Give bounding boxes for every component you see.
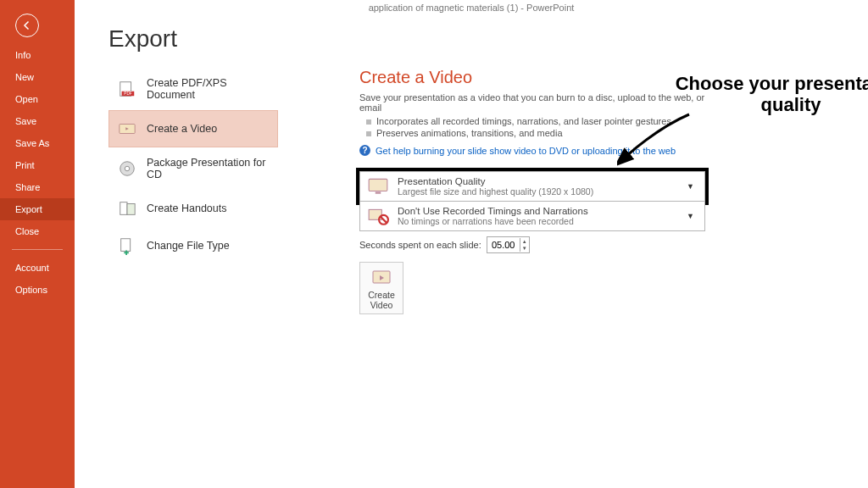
svg-rect-10 <box>369 179 387 191</box>
window-title: application of magnetic materials (1) - … <box>75 0 868 13</box>
svg-rect-11 <box>376 192 381 194</box>
create-video-button[interactable]: Create Video <box>359 262 403 314</box>
change-filetype-icon <box>118 236 136 255</box>
seconds-label: Seconds spent on each slide: <box>359 240 481 250</box>
sidebar-item-print[interactable]: Print <box>0 154 75 176</box>
export-handouts[interactable]: Create Handouts <box>108 190 278 227</box>
sidebar-item-open[interactable]: Open <box>0 88 75 110</box>
timings-title: Don't Use Recorded Timings and Narration… <box>398 206 683 216</box>
create-video-icon <box>370 268 393 288</box>
timings-icon <box>367 205 389 227</box>
svg-text:PDF: PDF <box>124 92 131 96</box>
export-cd[interactable]: Package Presentation for CD <box>108 147 278 190</box>
quality-title: Presentation Quality <box>398 176 683 186</box>
handouts-icon <box>118 199 136 218</box>
seconds-input[interactable] <box>487 240 520 250</box>
export-pdfxps[interactable]: PDF Create PDF/XPS Document <box>108 68 278 110</box>
bullet-1: Incorporates all recorded timings, narra… <box>366 116 715 126</box>
seconds-spinner[interactable]: ▲ ▼ <box>487 236 530 253</box>
export-changefiletype[interactable]: Change File Type <box>108 227 278 264</box>
timings-sub: No timings or narrations have been recor… <box>398 216 683 226</box>
create-video-panel: Create a Video Save your presentation as… <box>359 68 715 314</box>
sidebar-item-export[interactable]: Export <box>0 198 75 220</box>
quality-sub: Largest file size and highest quality (1… <box>398 186 683 197</box>
svg-rect-8 <box>127 204 135 215</box>
sidebar-item-account[interactable]: Account <box>0 257 75 279</box>
help-link-row: ? Get help burning your slide show video… <box>359 145 715 156</box>
svg-rect-9 <box>121 239 131 252</box>
create-video-button-label: Create Video <box>368 290 395 310</box>
sidebar-item-share[interactable]: Share <box>0 176 75 198</box>
sidebar-item-save[interactable]: Save <box>0 110 75 132</box>
export-options-list: PDF Create PDF/XPS Document Create a Vid… <box>108 68 278 264</box>
chevron-down-icon: ▼ <box>683 182 698 191</box>
sidebar-item-saveas[interactable]: Save As <box>0 132 75 154</box>
monitor-icon <box>367 175 389 197</box>
sidebar-separator <box>12 249 63 250</box>
bullet-2: Preserves animations, transitions, and m… <box>366 128 715 138</box>
section-heading: Create a Video <box>359 68 715 87</box>
spinner-up-icon[interactable]: ▲ <box>520 238 529 245</box>
export-video[interactable]: Create a Video <box>108 110 278 147</box>
timings-dropdown[interactable]: Don't Use Recorded Timings and Narration… <box>359 202 705 231</box>
help-icon: ? <box>359 145 370 156</box>
video-icon <box>118 119 136 138</box>
help-link[interactable]: Get help burning your slide show video t… <box>376 146 676 156</box>
export-video-label: Create a Video <box>147 123 217 135</box>
presentation-quality-dropdown[interactable]: Presentation Quality Largest file size a… <box>359 171 705 202</box>
spinner-down-icon[interactable]: ▼ <box>520 245 529 252</box>
sidebar-item-options[interactable]: Options <box>0 279 75 301</box>
sidebar-item-new[interactable]: New <box>0 66 75 88</box>
cd-icon <box>118 159 136 178</box>
chevron-down-icon: ▼ <box>683 212 698 220</box>
back-button[interactable] <box>15 14 39 37</box>
export-changefiletype-label: Change File Type <box>147 240 230 252</box>
pdf-icon: PDF <box>118 80 136 98</box>
page-title: Export <box>108 25 868 53</box>
sidebar-item-close[interactable]: Close <box>0 220 75 242</box>
export-cd-label: Package Presentation for CD <box>147 157 269 180</box>
svg-rect-7 <box>120 202 127 215</box>
annotation-text: Choose your presentation quality <box>668 73 868 116</box>
sidebar-item-info[interactable]: Info <box>0 44 75 66</box>
section-desc: Save your presentation as a video that y… <box>359 92 715 113</box>
svg-point-6 <box>125 166 130 171</box>
export-handouts-label: Create Handouts <box>147 202 227 214</box>
export-pdfxps-label: Create PDF/XPS Document <box>147 77 269 101</box>
